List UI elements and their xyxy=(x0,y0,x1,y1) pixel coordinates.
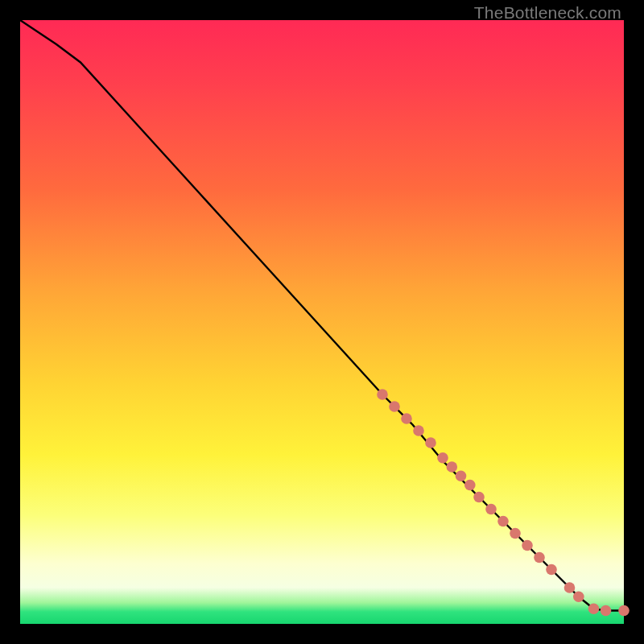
marker-dot xyxy=(601,605,612,617)
marker-dot xyxy=(510,528,521,539)
marker-dot xyxy=(425,437,436,448)
marker-dot xyxy=(573,592,584,603)
marker-dot xyxy=(618,605,630,617)
marker-dot xyxy=(413,425,424,436)
marker-dot xyxy=(437,452,448,464)
marker-dot xyxy=(497,516,509,527)
marker-dot xyxy=(389,401,400,412)
bottleneck-curve xyxy=(20,20,624,611)
marker-dot xyxy=(456,471,467,482)
marker-dot xyxy=(534,552,545,564)
marker-dot xyxy=(564,582,576,593)
marker-dot xyxy=(377,389,388,400)
marker-dot xyxy=(464,480,476,491)
marker-dot xyxy=(485,504,497,515)
marker-dot xyxy=(522,540,533,551)
marker-dot xyxy=(588,604,600,615)
marker-dot xyxy=(473,492,485,503)
plot-area xyxy=(20,20,624,624)
chart-frame: TheBottleneck.com xyxy=(0,0,644,644)
marker-dot xyxy=(401,413,412,424)
curve-layer xyxy=(20,20,624,624)
marker-dot xyxy=(447,461,458,473)
marker-dot xyxy=(546,564,557,576)
marker-dots xyxy=(377,389,630,616)
watermark-text: TheBottleneck.com xyxy=(474,3,621,23)
